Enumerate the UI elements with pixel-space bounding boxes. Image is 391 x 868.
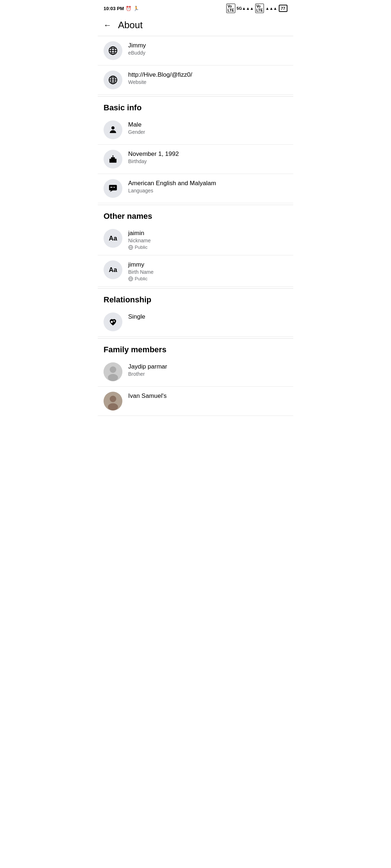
svg-point-30: [110, 396, 116, 402]
ivan-row[interactable]: Ivan Samuel's: [98, 387, 293, 416]
birthname-label: Birth Name: [128, 269, 154, 275]
brother-name: Jaydip parmar: [128, 363, 167, 370]
svg-point-24: [111, 321, 113, 323]
aa-icon-birthname: Aa: [104, 260, 122, 279]
cake-icon: [104, 150, 122, 169]
gender-text: Male Gender: [128, 120, 145, 135]
signal-5g: 5G▲▲▲: [237, 6, 254, 10]
languages-value: American English and Malyalam: [128, 180, 216, 187]
website-text: http://Hive.Blog/@fizz0/ Website: [128, 71, 192, 85]
brother-row[interactable]: Jaydip parmar Brother: [98, 357, 293, 387]
relationship-text: Single: [128, 312, 145, 320]
relationship-value: Single: [128, 313, 145, 320]
brother-label: Brother: [128, 371, 167, 377]
svg-marker-15: [110, 190, 113, 192]
brother-text: Jaydip parmar Brother: [128, 362, 167, 377]
nickname-text: jaimin Nickname Public: [128, 229, 151, 250]
volte-icon: VoLTE: [226, 4, 235, 13]
nickname-value: jaimin: [128, 230, 151, 237]
nickname-label: Nickname: [128, 238, 151, 243]
heart-icon: [104, 312, 122, 331]
svg-point-28: [108, 374, 118, 381]
ivan-text: Ivan Samuel's: [128, 392, 167, 400]
nickname-row[interactable]: Aa jaimin Nickname Public: [98, 224, 293, 255]
signal2: ▲▲▲: [265, 6, 277, 10]
page-title: About: [118, 20, 143, 31]
other-names-header: Other names: [98, 205, 293, 224]
svg-rect-16: [110, 187, 113, 188]
top-items-section: Jimmy eBuddy http://Hive.Blog/@fizz0/ We…: [98, 36, 293, 95]
website-label: Website: [128, 79, 192, 85]
ebuddy-row[interactable]: Jimmy eBuddy: [98, 36, 293, 65]
globe-icon-ebuddy: [104, 41, 122, 60]
alarm-icon: ⏰: [126, 6, 131, 11]
svg-point-10: [112, 126, 115, 129]
gender-value: Male: [128, 121, 145, 128]
languages-label: Languages: [128, 188, 216, 193]
time-display: 10:03 PM: [104, 6, 124, 11]
svg-rect-11: [109, 159, 117, 163]
nickname-privacy: Public: [128, 244, 151, 250]
birthname-value: jimmy: [128, 261, 154, 268]
globe-icon-website: [104, 71, 122, 89]
website-row[interactable]: http://Hive.Blog/@fizz0/ Website: [98, 65, 293, 95]
birthday-value: November 1, 1992: [128, 150, 179, 158]
birthname-privacy: Public: [128, 276, 154, 281]
languages-text: American English and Malyalam Languages: [128, 179, 216, 193]
svg-point-31: [108, 403, 118, 410]
ebuddy-label: eBuddy: [128, 50, 146, 56]
status-left: 10:03 PM ⏰ 🏃: [104, 6, 139, 11]
birthday-row[interactable]: November 1, 1992 Birthday: [98, 145, 293, 174]
relationship-row[interactable]: Single: [98, 307, 293, 337]
svg-point-27: [110, 366, 116, 373]
birthday-text: November 1, 1992 Birthday: [128, 150, 179, 164]
status-right: VoLTE 5G▲▲▲ VoLTE ▲▲▲ 77: [226, 4, 287, 13]
ebuddy-name: Jimmy: [128, 42, 146, 49]
chat-icon: [104, 179, 122, 198]
svg-point-13: [113, 155, 114, 156]
gender-row[interactable]: Male Gender: [98, 115, 293, 145]
ivan-avatar: [104, 392, 122, 410]
svg-rect-14: [109, 185, 117, 190]
ebuddy-text: Jimmy eBuddy: [128, 41, 146, 56]
svg-point-25: [113, 320, 115, 322]
gender-label: Gender: [128, 129, 145, 135]
person-icon: [104, 120, 122, 139]
activity-icon: 🏃: [133, 6, 139, 11]
basic-info-header: Basic info: [98, 96, 293, 115]
website-url: http://Hive.Blog/@fizz0/: [128, 71, 192, 78]
family-members-header: Family members: [98, 338, 293, 357]
birthname-text: jimmy Birth Name Public: [128, 260, 154, 281]
back-button[interactable]: ←: [104, 21, 112, 30]
status-bar: 10:03 PM ⏰ 🏃 VoLTE 5G▲▲▲ VoLTE ▲▲▲ 77: [98, 0, 293, 15]
aa-icon-nickname: Aa: [104, 229, 122, 248]
ivan-name: Ivan Samuel's: [128, 392, 167, 400]
svg-rect-17: [113, 187, 115, 188]
languages-row[interactable]: American English and Malyalam Languages: [98, 174, 293, 203]
brother-avatar: [104, 362, 122, 381]
relationship-header: Relationship: [98, 288, 293, 307]
battery-indicator: 77: [279, 5, 287, 12]
birthday-label: Birthday: [128, 158, 179, 164]
birthname-row[interactable]: Aa jimmy Birth Name Public: [98, 255, 293, 287]
page-header: ← About: [98, 15, 293, 36]
volte-icon2: VoLTE: [255, 4, 264, 13]
